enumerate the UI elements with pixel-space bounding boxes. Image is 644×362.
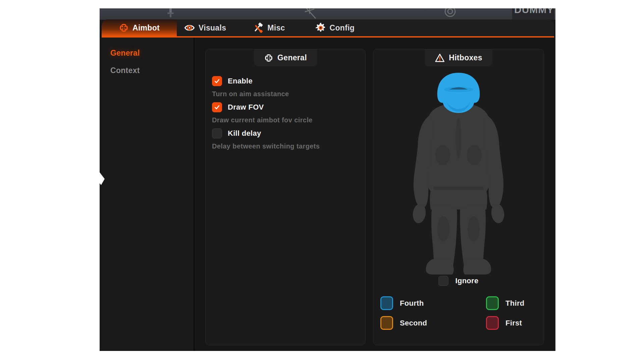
options-list: Enable Turn on aim assistance [212, 76, 359, 155]
tools-icon [253, 22, 264, 33]
sidebar-item-label: General [110, 49, 140, 58]
legend-item-third: Third [486, 296, 537, 310]
color-swatch-fourth[interactable] [380, 296, 393, 310]
warning-triangle-icon [435, 53, 445, 63]
option-draw-fov: Draw FOV Draw current aimbot fov circle [212, 102, 359, 124]
hitboxes-panel: Hitboxes [373, 49, 544, 345]
enemy-nameplate: DUMMY [512, 8, 554, 20]
option-enable: Enable Turn on aim assistance [212, 76, 359, 98]
tab-misc[interactable]: Misc [246, 19, 292, 36]
tab-label: Misc [267, 23, 285, 33]
panel-title: Hitboxes [449, 53, 482, 62]
option-description: Delay between switching targets [212, 142, 359, 150]
check-icon [214, 104, 220, 111]
game-hud-bar: DUMMY [100, 8, 555, 20]
shield-icon [442, 8, 458, 19]
tab-config[interactable]: Config [308, 19, 362, 36]
option-description: Draw current aimbot fov circle [212, 116, 359, 124]
tab-aimbot[interactable]: Aimbot [102, 19, 177, 36]
checkbox-draw-fov[interactable] [212, 102, 222, 112]
tab-label: Aimbot [132, 23, 160, 33]
legend-label: Fourth [400, 299, 424, 308]
check-icon [214, 78, 220, 84]
legend-item-second: Second [380, 316, 486, 330]
tab-label: Config [330, 23, 355, 33]
crosshair-icon [264, 53, 273, 63]
cheat-menu-window: Aimbot Visuals Misc [102, 19, 554, 351]
legend-label: Third [505, 299, 525, 308]
option-kill-delay: Kill delay Delay between switching targe… [212, 128, 359, 150]
tab-bar: Aimbot Visuals Misc [102, 19, 554, 36]
screen: DUMMY Aimbot [0, 0, 644, 362]
ignore-label: Ignore [455, 277, 478, 285]
option-kill-delay-toggle[interactable]: Kill delay [212, 128, 359, 138]
ignore-row[interactable]: Ignore [373, 276, 544, 286]
option-label: Enable [228, 77, 253, 85]
color-swatch-first[interactable] [486, 316, 499, 330]
eye-icon [184, 23, 195, 33]
checkbox-ignore[interactable] [438, 276, 448, 286]
legend-item-fourth: Fourth [380, 296, 486, 310]
crosshair-icon [119, 23, 129, 33]
legend-label: First [505, 319, 522, 327]
option-description: Turn on aim assistance [212, 90, 359, 98]
sidebar-item-context[interactable]: Context [102, 62, 194, 79]
crosshair-icon [301, 8, 318, 20]
option-draw-fov-toggle[interactable]: Draw FOV [212, 102, 359, 112]
knife-icon [166, 8, 175, 18]
tab-visuals[interactable]: Visuals [177, 19, 233, 36]
enemy-name: DUMMY [514, 8, 554, 15]
checkbox-enable[interactable] [212, 76, 222, 86]
option-label: Kill delay [228, 129, 261, 138]
checkbox-kill-delay[interactable] [212, 128, 222, 138]
general-panel-header: General [254, 49, 317, 66]
gear-icon [315, 22, 326, 33]
hitbox-priority-legend: Fourth Third Second First [380, 296, 537, 330]
color-swatch-third[interactable] [486, 296, 499, 310]
hitboxes-panel-header: Hitboxes [425, 49, 492, 66]
sidebar-item-general[interactable]: General [102, 44, 194, 62]
tab-label: Visuals [199, 23, 226, 33]
option-label: Draw FOV [228, 103, 264, 112]
color-swatch-second[interactable] [380, 316, 393, 330]
hitbox-model[interactable] [400, 71, 517, 276]
main-content: General Enable [195, 38, 554, 351]
panel-title: General [277, 53, 307, 62]
option-enable-toggle[interactable]: Enable [212, 76, 359, 86]
sidebar: General Context [102, 38, 194, 351]
general-panel: General Enable [205, 49, 366, 345]
sidebar-item-label: Context [110, 66, 140, 75]
legend-item-first: First [486, 316, 537, 330]
legend-label: Second [400, 319, 427, 327]
